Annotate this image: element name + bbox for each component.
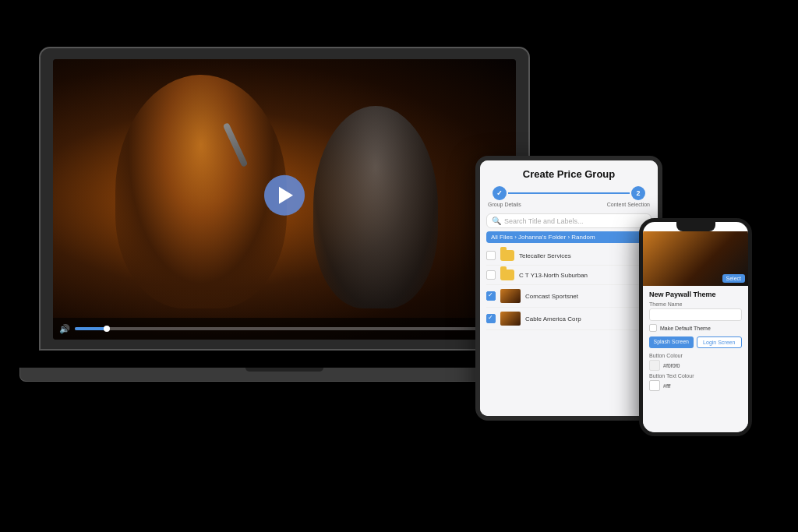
theme-name-input[interactable] <box>649 308 742 321</box>
file-name-2: C T Y13-North Suburban <box>519 272 651 279</box>
laptop-hinge-notch <box>245 368 323 372</box>
button-text-swatch-row: #fff <box>649 380 742 391</box>
file-name-1: Telecaller Services <box>519 252 651 259</box>
laptop-base <box>19 368 549 382</box>
video-thumbnail-3 <box>500 289 521 303</box>
tablet-body: Create Price Group ✓ 2 Group Details Con… <box>475 156 662 421</box>
button-colour-swatch-row: #f0f0f0 <box>649 360 742 371</box>
step-connector <box>508 192 630 194</box>
step-1-circle: ✓ <box>493 186 507 200</box>
laptop-device: 🔊 0:06 ⛶ <box>39 47 530 382</box>
phone-screen: Select New Paywall Theme Theme Name Make… <box>643 231 748 432</box>
phone-content-area: New Paywall Theme Theme Name Make Defaul… <box>643 286 748 398</box>
phone-notch <box>676 222 715 231</box>
search-bar[interactable]: 🔍 Search Title and Labels... <box>486 213 651 228</box>
tablet-device: Create Price Group ✓ 2 Group Details Con… <box>475 156 662 421</box>
step-labels: Group Details Content Selection <box>480 200 658 209</box>
button-text-label: Button Text Colour <box>649 373 742 379</box>
list-item[interactable]: C T Y13-North Suburban <box>486 266 651 285</box>
file-checkbox-1[interactable] <box>486 251 496 260</box>
folder-icon <box>500 270 514 280</box>
file-name-4: Cable America Corp <box>525 315 651 322</box>
screen-type-buttons: Splash Screen Login Screen <box>649 336 742 348</box>
step-1-label: Group Details <box>488 202 521 207</box>
progress-fill <box>75 327 107 330</box>
file-checkbox-3[interactable] <box>486 291 496 301</box>
tablet-screen: Create Price Group ✓ 2 Group Details Con… <box>480 160 658 416</box>
button-colour-label: Button Colour <box>649 353 742 358</box>
button-text-value: #fff <box>663 383 670 389</box>
concert-guitarist <box>313 106 438 308</box>
step-2-circle: 2 <box>631 186 645 200</box>
list-item[interactable]: Cable America Corp <box>486 308 651 330</box>
laptop-screen: 🔊 0:06 ⛶ <box>53 59 516 340</box>
search-placeholder-text: Search Title and Labels... <box>504 217 584 225</box>
play-button[interactable] <box>264 175 305 216</box>
step-2-label: Content Selection <box>607 202 650 207</box>
progress-thumb <box>104 326 110 332</box>
list-item[interactable]: Telecaller Services <box>486 246 651 266</box>
breadcrumb[interactable]: All Files › Johanna's Folder › Random <box>486 231 651 243</box>
volume-icon[interactable]: 🔊 <box>59 324 70 334</box>
phone-header-image: Select <box>643 231 748 286</box>
theme-name-label: Theme Name <box>649 301 742 307</box>
default-theme-row: Make Default Theme <box>649 324 742 332</box>
play-icon <box>279 187 293 204</box>
file-name-3: Comcast Sportsnet <box>525 293 651 300</box>
file-checkbox-2[interactable] <box>486 270 496 280</box>
select-button[interactable]: Select <box>722 274 745 283</box>
button-text-swatch[interactable] <box>649 380 660 391</box>
login-screen-button[interactable]: Login Screen <box>697 336 743 348</box>
phone-device: Select New Paywall Theme Theme Name Make… <box>639 218 752 436</box>
new-paywall-title: New Paywall Theme <box>649 291 742 298</box>
file-list: Telecaller Services C T Y13-North Suburb… <box>480 246 658 330</box>
breadcrumb-text: All Files › Johanna's Folder › Random <box>491 234 595 241</box>
button-colour-value: #f0f0f0 <box>663 363 680 368</box>
stepper-bar: ✓ 2 <box>480 183 658 200</box>
video-thumbnail-4 <box>500 312 521 326</box>
tablet-modal-title: Create Price Group <box>480 160 658 183</box>
search-icon: 🔍 <box>492 217 501 225</box>
folder-icon <box>500 250 514 261</box>
laptop-body: 🔊 0:06 ⛶ <box>39 47 530 351</box>
video-controls: 🔊 0:06 ⛶ <box>53 318 516 340</box>
default-theme-label: Make Default Theme <box>660 326 711 331</box>
splash-screen-button[interactable]: Splash Screen <box>649 336 694 348</box>
button-colour-swatch[interactable] <box>649 360 660 371</box>
phone-body: Select New Paywall Theme Theme Name Make… <box>639 218 752 436</box>
concert-singer <box>115 75 287 308</box>
progress-bar[interactable] <box>75 327 477 330</box>
file-checkbox-4[interactable] <box>486 314 496 323</box>
default-theme-checkbox[interactable] <box>649 324 657 332</box>
list-item[interactable]: Comcast Sportsnet <box>486 285 651 308</box>
